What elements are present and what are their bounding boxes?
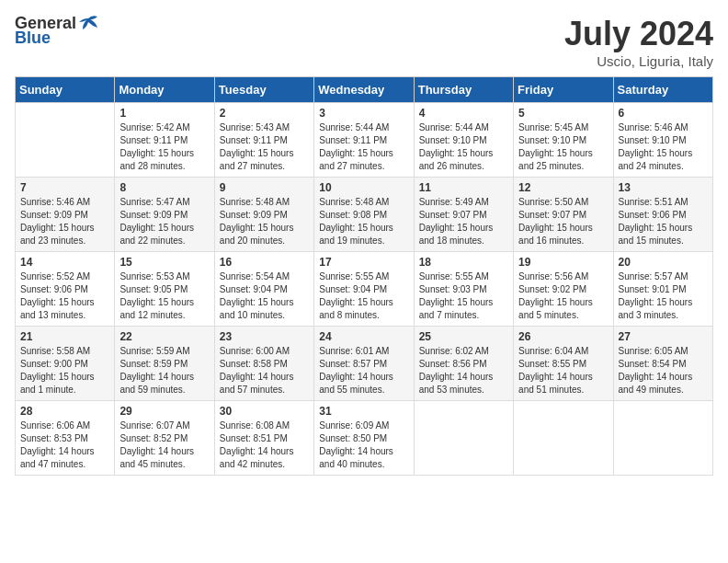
- logo: General Blue: [15, 15, 99, 48]
- sunrise-text: Sunrise: 5:48 AM: [220, 196, 309, 209]
- day-info: Sunrise: 5:55 AMSunset: 9:04 PMDaylight:…: [319, 270, 408, 322]
- calendar-cell: [514, 401, 613, 476]
- calendar-cell: 26Sunrise: 6:04 AMSunset: 8:55 PMDayligh…: [514, 327, 613, 401]
- sunrise-text: Sunrise: 5:58 AM: [20, 345, 109, 358]
- sunrise-text: Sunrise: 5:56 AM: [518, 270, 608, 283]
- calendar-cell: 24Sunrise: 6:01 AMSunset: 8:57 PMDayligh…: [314, 327, 414, 401]
- day-info: Sunrise: 6:02 AMSunset: 8:56 PMDaylight:…: [419, 345, 508, 396]
- sunset-text: Sunset: 9:10 PM: [518, 134, 608, 147]
- day-info: Sunrise: 5:46 AMSunset: 9:09 PMDaylight:…: [20, 196, 109, 247]
- calendar-cell: 6Sunrise: 5:46 AMSunset: 9:10 PMDaylight…: [613, 103, 712, 178]
- day-info: Sunrise: 6:06 AMSunset: 8:53 PMDaylight:…: [20, 419, 109, 471]
- sunset-text: Sunset: 9:06 PM: [619, 209, 708, 222]
- daylight-text: Daylight: 14 hours and 57 minutes.: [220, 371, 309, 396]
- calendar-cell: 1Sunrise: 5:42 AMSunset: 9:11 PMDaylight…: [115, 103, 214, 178]
- sunset-text: Sunset: 9:04 PM: [319, 283, 408, 296]
- page-header: General Blue July 2024 Uscio, Liguria, I…: [15, 15, 713, 69]
- daylight-text: Daylight: 15 hours and 13 minutes.: [20, 296, 109, 322]
- sunrise-text: Sunrise: 5:55 AM: [419, 270, 508, 283]
- calendar-week-row: 28Sunrise: 6:06 AMSunset: 8:53 PMDayligh…: [16, 401, 713, 476]
- calendar-cell: 4Sunrise: 5:44 AMSunset: 9:10 PMDaylight…: [414, 103, 513, 178]
- daylight-text: Daylight: 15 hours and 25 minutes.: [518, 147, 608, 173]
- calendar-cell: 22Sunrise: 5:59 AMSunset: 8:59 PMDayligh…: [115, 327, 214, 401]
- day-number: 19: [518, 256, 608, 269]
- day-number: 6: [619, 107, 708, 120]
- day-of-week-header: Monday: [115, 77, 214, 103]
- day-number: 17: [319, 256, 408, 269]
- day-info: Sunrise: 5:42 AMSunset: 9:11 PMDaylight:…: [119, 121, 209, 173]
- day-info: Sunrise: 5:48 AMSunset: 9:08 PMDaylight:…: [319, 196, 408, 247]
- sunrise-text: Sunrise: 6:08 AM: [220, 419, 309, 432]
- sunrise-text: Sunrise: 5:48 AM: [319, 196, 408, 209]
- calendar-cell: 12Sunrise: 5:50 AMSunset: 9:07 PMDayligh…: [514, 178, 613, 252]
- calendar-cell: 18Sunrise: 5:55 AMSunset: 9:03 PMDayligh…: [414, 252, 513, 327]
- daylight-text: Daylight: 15 hours and 23 minutes.: [20, 222, 109, 247]
- day-info: Sunrise: 6:07 AMSunset: 8:52 PMDaylight:…: [119, 419, 209, 471]
- day-info: Sunrise: 5:44 AMSunset: 9:11 PMDaylight:…: [319, 121, 408, 173]
- title-block: July 2024 Uscio, Liguria, Italy: [564, 15, 713, 69]
- sunset-text: Sunset: 8:58 PM: [220, 358, 309, 371]
- day-number: 20: [619, 256, 708, 269]
- daylight-text: Daylight: 15 hours and 3 minutes.: [619, 296, 708, 322]
- sunrise-text: Sunrise: 6:01 AM: [319, 345, 408, 358]
- calendar-cell: 27Sunrise: 6:05 AMSunset: 8:54 PMDayligh…: [613, 327, 712, 401]
- daylight-text: Daylight: 15 hours and 24 minutes.: [619, 147, 708, 173]
- daylight-text: Daylight: 14 hours and 49 minutes.: [619, 371, 708, 396]
- day-info: Sunrise: 5:46 AMSunset: 9:10 PMDaylight:…: [619, 121, 708, 173]
- sunset-text: Sunset: 9:09 PM: [20, 209, 109, 222]
- day-number: 25: [419, 330, 508, 343]
- sunset-text: Sunset: 9:03 PM: [419, 283, 508, 296]
- calendar-cell: 15Sunrise: 5:53 AMSunset: 9:05 PMDayligh…: [115, 252, 214, 327]
- sunset-text: Sunset: 9:04 PM: [220, 283, 309, 296]
- day-info: Sunrise: 5:56 AMSunset: 9:02 PMDaylight:…: [518, 270, 608, 322]
- day-number: 2: [220, 107, 309, 120]
- day-number: 10: [319, 181, 408, 194]
- daylight-text: Daylight: 15 hours and 27 minutes.: [220, 147, 309, 173]
- sunset-text: Sunset: 8:59 PM: [119, 358, 209, 371]
- day-info: Sunrise: 5:52 AMSunset: 9:06 PMDaylight:…: [20, 270, 109, 322]
- day-info: Sunrise: 6:01 AMSunset: 8:57 PMDaylight:…: [319, 345, 408, 396]
- calendar-cell: 25Sunrise: 6:02 AMSunset: 8:56 PMDayligh…: [414, 327, 513, 401]
- calendar-cell: 20Sunrise: 5:57 AMSunset: 9:01 PMDayligh…: [613, 252, 712, 327]
- sunset-text: Sunset: 9:07 PM: [518, 209, 608, 222]
- calendar-week-row: 14Sunrise: 5:52 AMSunset: 9:06 PMDayligh…: [16, 252, 713, 327]
- calendar-cell: 17Sunrise: 5:55 AMSunset: 9:04 PMDayligh…: [314, 252, 414, 327]
- day-number: 7: [20, 181, 109, 194]
- sunrise-text: Sunrise: 6:05 AM: [619, 345, 708, 358]
- sunrise-text: Sunrise: 5:50 AM: [518, 196, 608, 209]
- day-info: Sunrise: 6:09 AMSunset: 8:50 PMDaylight:…: [319, 419, 408, 471]
- day-info: Sunrise: 5:43 AMSunset: 9:11 PMDaylight:…: [220, 121, 309, 173]
- sunset-text: Sunset: 9:10 PM: [419, 134, 508, 147]
- calendar-week-row: 21Sunrise: 5:58 AMSunset: 9:00 PMDayligh…: [16, 327, 713, 401]
- sunrise-text: Sunrise: 5:44 AM: [419, 121, 508, 134]
- day-number: 1: [119, 107, 209, 120]
- sunrise-text: Sunrise: 6:06 AM: [20, 419, 109, 432]
- sunset-text: Sunset: 9:07 PM: [419, 209, 508, 222]
- calendar-cell: 13Sunrise: 5:51 AMSunset: 9:06 PMDayligh…: [613, 178, 712, 252]
- sunrise-text: Sunrise: 6:07 AM: [119, 419, 209, 432]
- location-title: Uscio, Liguria, Italy: [564, 53, 713, 69]
- calendar-cell: [414, 401, 513, 476]
- calendar-cell: 14Sunrise: 5:52 AMSunset: 9:06 PMDayligh…: [16, 252, 115, 327]
- sunrise-text: Sunrise: 5:46 AM: [619, 121, 708, 134]
- sunrise-text: Sunrise: 5:59 AM: [119, 345, 209, 358]
- day-info: Sunrise: 6:05 AMSunset: 8:54 PMDaylight:…: [619, 345, 708, 396]
- sunrise-text: Sunrise: 5:52 AM: [20, 270, 109, 283]
- sunset-text: Sunset: 9:11 PM: [319, 134, 408, 147]
- day-of-week-header: Saturday: [613, 77, 712, 103]
- calendar-cell: 29Sunrise: 6:07 AMSunset: 8:52 PMDayligh…: [115, 401, 214, 476]
- day-number: 9: [220, 181, 309, 194]
- sunrise-text: Sunrise: 6:09 AM: [319, 419, 408, 432]
- day-info: Sunrise: 5:55 AMSunset: 9:03 PMDaylight:…: [419, 270, 508, 322]
- day-number: 22: [119, 330, 209, 343]
- sunset-text: Sunset: 8:54 PM: [619, 358, 708, 371]
- day-number: 12: [518, 181, 608, 194]
- day-number: 24: [319, 330, 408, 343]
- daylight-text: Daylight: 14 hours and 59 minutes.: [119, 371, 209, 396]
- calendar-cell: 19Sunrise: 5:56 AMSunset: 9:02 PMDayligh…: [514, 252, 613, 327]
- calendar-cell: 10Sunrise: 5:48 AMSunset: 9:08 PMDayligh…: [314, 178, 414, 252]
- day-number: 11: [419, 181, 508, 194]
- sunset-text: Sunset: 9:11 PM: [119, 134, 209, 147]
- calendar-week-row: 1Sunrise: 5:42 AMSunset: 9:11 PMDaylight…: [16, 103, 713, 178]
- day-number: 8: [119, 181, 209, 194]
